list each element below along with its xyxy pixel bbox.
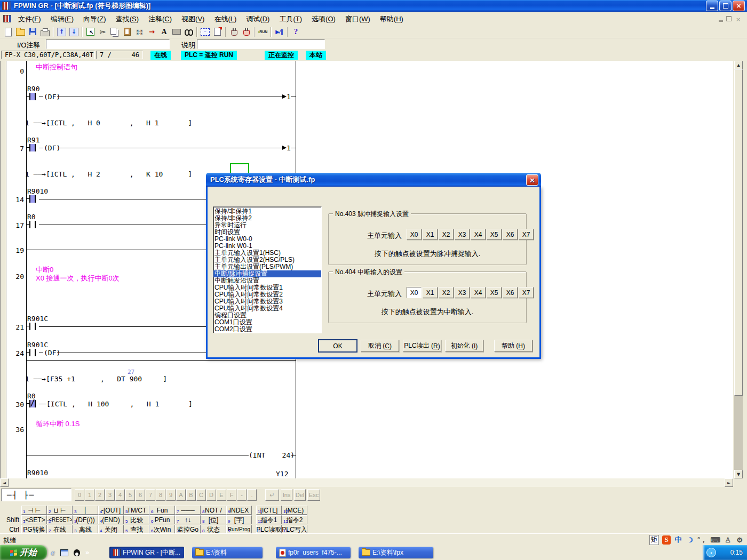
keypad-key--[interactable]: - xyxy=(237,489,247,501)
fkey-shift-12[interactable]: 12指令2 xyxy=(282,515,307,524)
keypad-key-.[interactable]: . xyxy=(247,489,257,501)
restore-button[interactable] xyxy=(719,1,732,11)
fkey-ctrl-8[interactable]: 8状态 xyxy=(201,525,226,534)
fkey-shift-8[interactable]: 8[位] xyxy=(201,515,226,524)
input-toggle-x7[interactable]: X7 xyxy=(519,287,534,298)
fkey-ctrl-3[interactable]: 3离线 xyxy=(73,525,98,534)
scroll-right-icon[interactable]: ► xyxy=(725,478,733,487)
ladder-symbol-icon[interactable]: H-HH-H xyxy=(133,26,146,38)
fkey-12[interactable]: 12(MCE) xyxy=(282,506,307,515)
fkey-ctrl-11[interactable]: 11PLC读取 xyxy=(256,525,282,534)
monitor-icon[interactable]: ⋯ xyxy=(199,26,211,38)
menu-1[interactable]: 编辑(E) xyxy=(46,13,78,25)
plc-read-button[interactable]: PLC读出 (R) xyxy=(403,340,441,352)
close-button[interactable]: × xyxy=(733,1,745,11)
keypad-enter[interactable]: ↵ xyxy=(265,489,279,501)
vertical-scroll-thumb[interactable] xyxy=(734,69,743,396)
input-toggle-x0[interactable]: X0 xyxy=(407,229,422,240)
fkey-4[interactable]: 4-[OUT] xyxy=(98,506,124,515)
menu-11[interactable]: 帮助(H) xyxy=(375,13,408,25)
keypad-key-4[interactable]: 4 xyxy=(115,489,125,501)
fkey-shift-5[interactable]: 5比较 xyxy=(124,515,149,524)
keypad-key-7[interactable]: 7 xyxy=(146,489,155,501)
input-toggle-x6[interactable]: X6 xyxy=(503,287,518,298)
fkey-ctrl-9[interactable]: 9Run/Prog xyxy=(226,525,252,534)
fkey-shift-7[interactable]: 7↑↓ xyxy=(175,515,201,524)
fkey-9[interactable]: 9INDEX xyxy=(226,506,252,515)
keypad-esc[interactable]: Esc xyxy=(307,489,320,501)
comment-bar-icon[interactable] xyxy=(170,26,182,38)
taskbar-task-3[interactable]: E:\资料\fpx xyxy=(359,547,433,558)
ime-icon-7[interactable]: ⚙ xyxy=(735,535,744,545)
text-icon[interactable]: A xyxy=(158,26,170,38)
input-toggle-x4[interactable]: X4 xyxy=(471,287,486,298)
new-icon[interactable] xyxy=(2,26,14,38)
fkey-ctrl-5[interactable]: 5查找 xyxy=(124,525,149,534)
ime-icon-0[interactable]: 矩 xyxy=(649,535,659,545)
input-toggle-x3[interactable]: X3 xyxy=(455,287,470,298)
fkey-ctrl-12[interactable]: 12PLC写入 xyxy=(282,525,307,534)
menu-2[interactable]: 向导(Z) xyxy=(78,13,111,25)
fkey-shift-3[interactable]: 3(DF(/)) xyxy=(73,515,98,524)
copy-icon[interactable] xyxy=(109,26,121,38)
download-icon[interactable]: ↓ xyxy=(68,26,80,38)
input-toggle-x6[interactable]: X6 xyxy=(503,229,518,240)
fkey-11[interactable]: 11[ICTL] xyxy=(256,506,282,515)
keypad-key-8[interactable]: 8 xyxy=(156,489,165,501)
keypad-key-D[interactable]: D xyxy=(206,489,216,501)
help-button[interactable]: 帮助 (H) xyxy=(494,340,533,352)
fkey-1[interactable]: 1⊣ ⊢ xyxy=(21,506,47,515)
keypad-key-3[interactable]: 3 xyxy=(105,489,115,501)
paste-icon[interactable] xyxy=(121,26,133,38)
mdi-restore-icon[interactable] xyxy=(726,16,732,21)
fkey-3[interactable]: 3│ xyxy=(73,506,98,515)
ime-icon-3[interactable]: ☽ xyxy=(686,535,694,545)
ime-icon-1[interactable]: S xyxy=(662,535,671,545)
taskbar-task-0[interactable]: FPWIN GR - [中断... xyxy=(109,547,184,558)
find-icon[interactable] xyxy=(182,26,195,38)
fkey-shift-1[interactable]: 1-<SET> xyxy=(21,515,47,524)
fkey-ctrl-1[interactable]: 1PG转换 xyxy=(21,525,47,534)
fkey-shift-2[interactable]: 2-<RESET> xyxy=(47,515,73,524)
fkey-6[interactable]: 6Fun xyxy=(149,506,175,515)
fkey-8[interactable]: 8NOT / xyxy=(201,506,226,515)
initialize-button[interactable]: 初始化 (I) xyxy=(445,340,483,352)
scroll-down-icon[interactable]: ▼ xyxy=(734,470,743,478)
keypad-key-6[interactable]: 6 xyxy=(136,489,145,501)
run-icon[interactable]: •RUN xyxy=(257,26,269,38)
jump-icon[interactable]: → xyxy=(146,26,158,38)
menu-7[interactable]: 调试(D) xyxy=(241,13,274,25)
dialog-title-bar[interactable]: PLC系统寄存器设置 - 中断测试.fp × xyxy=(206,173,541,187)
input-toggle-x1[interactable]: X1 xyxy=(423,229,438,240)
input-toggle-x2[interactable]: X2 xyxy=(439,287,454,298)
keypad-ins[interactable]: Ins xyxy=(281,489,292,501)
input-toggle-x1[interactable]: X1 xyxy=(423,287,438,298)
plug-offline-icon[interactable] xyxy=(228,26,240,38)
keypad-key-A[interactable]: A xyxy=(176,489,186,501)
fkey-2[interactable]: 2⊔ ⊢ xyxy=(47,506,73,515)
comment-jump-icon[interactable] xyxy=(211,26,224,38)
scroll-up-icon[interactable]: ▲ xyxy=(734,61,743,69)
menu-10[interactable]: 窗口(W) xyxy=(340,13,375,25)
fkey-shift-4[interactable]: 4(END) xyxy=(98,515,124,524)
input-toggle-x4[interactable]: X4 xyxy=(471,229,486,240)
keypad-key-5[interactable]: 5 xyxy=(125,489,135,501)
fkey-shift-9[interactable]: 9[字] xyxy=(226,515,252,524)
input-toggle-x5[interactable]: X5 xyxy=(487,229,502,240)
description-input[interactable] xyxy=(197,39,325,49)
keypad-key-C[interactable]: C xyxy=(196,489,206,501)
menu-8[interactable]: 工具(T) xyxy=(274,13,307,25)
start-button[interactable]: 开始 xyxy=(0,545,47,560)
save-icon[interactable] xyxy=(27,26,39,38)
minimize-button[interactable] xyxy=(706,1,718,11)
run-pause-icon[interactable]: ▶⁄‖ xyxy=(273,26,285,38)
fkey-ctrl-7[interactable]: 7监控Go xyxy=(175,525,201,534)
qq-icon[interactable] xyxy=(74,549,80,556)
ime-icon-2[interactable]: 中 xyxy=(674,535,682,545)
menu-9[interactable]: 选项(O) xyxy=(307,13,340,25)
taskbar-task-1[interactable]: E:\资料 xyxy=(192,547,263,558)
ie-icon[interactable]: e xyxy=(51,548,55,557)
ime-icon-4[interactable]: °， xyxy=(697,535,707,545)
menu-5[interactable]: 视图(V) xyxy=(177,13,209,25)
keypad-key-0[interactable]: 0 xyxy=(75,489,84,501)
